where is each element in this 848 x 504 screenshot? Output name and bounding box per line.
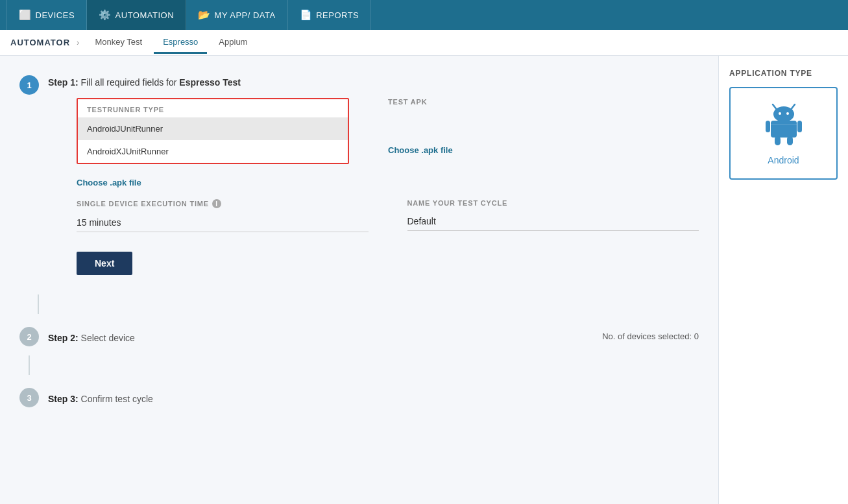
nav-reports[interactable]: 📄 REPORTS bbox=[288, 0, 372, 30]
right-panel: APPLICATION TYPE bbox=[718, 56, 848, 504]
step1-intro: Step 1: bbox=[48, 77, 79, 88]
nav-automation[interactable]: ⚙️ AUTOMATION bbox=[87, 0, 186, 30]
svg-rect-5 bbox=[771, 121, 797, 138]
breadcrumb-chevron: › bbox=[77, 38, 79, 47]
step3-row: 3 Step 3: Confirm test cycle bbox=[19, 378, 699, 416]
testrunner-option-xjunit[interactable]: AndroidXJUnitRunner bbox=[78, 140, 348, 163]
step-connector-1-2 bbox=[38, 294, 39, 314]
app-type-title: APPLICATION TYPE bbox=[729, 69, 838, 78]
svg-rect-7 bbox=[797, 121, 802, 132]
step1-circle: 1 bbox=[19, 75, 39, 95]
step2-label: Step 2: Select device bbox=[48, 330, 602, 343]
reports-icon: 📄 bbox=[300, 9, 313, 21]
step2-row: 2 Step 2: Select device No. of devices s… bbox=[19, 317, 699, 355]
svg-rect-6 bbox=[766, 121, 770, 132]
sub-navigation: AUTOMATOR › Monkey Test Espresso Appium bbox=[0, 30, 848, 56]
content-area: 1 Step 1: Fill all required fields for E… bbox=[0, 56, 718, 504]
test-cycle-value: Default bbox=[407, 212, 699, 231]
step2-circle: 2 bbox=[19, 327, 39, 346]
choose-apk-link[interactable]: Choose .apk file bbox=[77, 178, 141, 187]
testrunner-option-junit[interactable]: AndroidJUnitRunner bbox=[78, 117, 348, 140]
devices-icon: ⬜ bbox=[19, 9, 32, 21]
test-apk-label: TEST APK bbox=[388, 98, 453, 106]
svg-rect-8 bbox=[775, 136, 781, 145]
step1-form: TESTRUNNER TYPE AndroidJUnitRunner Andro… bbox=[77, 98, 699, 275]
step1-test-name: Espresso Test bbox=[179, 77, 241, 88]
nav-devices[interactable]: ⬜ DEVICES bbox=[6, 0, 87, 30]
step3-circle: 3 bbox=[19, 388, 39, 407]
brand-label: AUTOMATOR bbox=[10, 38, 70, 47]
step3-label: Step 3: Confirm test cycle bbox=[48, 390, 153, 404]
android-icon bbox=[740, 101, 827, 149]
form-row-2: SINGLE DEVICE EXECUTION TIME i 15 minute… bbox=[77, 199, 699, 232]
choose-test-apk-link[interactable]: Choose .apk file bbox=[388, 145, 453, 155]
execution-time-label: SINGLE DEVICE EXECUTION TIME i bbox=[77, 199, 369, 208]
automation-icon: ⚙️ bbox=[99, 9, 112, 21]
myappdata-icon: 📂 bbox=[198, 9, 211, 21]
test-cycle-label: NAME YOUR TEST CYCLE bbox=[407, 199, 699, 207]
devices-count-label: No. of devices selected: 0 bbox=[602, 331, 699, 341]
tab-espresso[interactable]: Espresso bbox=[154, 32, 207, 54]
tab-appium[interactable]: Appium bbox=[210, 32, 256, 54]
testrunner-label: TESTRUNNER TYPE bbox=[78, 99, 348, 117]
top-navigation: ⬜ DEVICES ⚙️ AUTOMATION 📂 MY APP/ DATA 📄… bbox=[0, 0, 848, 30]
step1-detail: Fill all required fields for bbox=[79, 77, 180, 88]
svg-point-2 bbox=[773, 106, 794, 122]
testrunner-section: TESTRUNNER TYPE AndroidJUnitRunner Andro… bbox=[77, 98, 349, 187]
execution-time-value: 15 minutes bbox=[77, 213, 369, 232]
test-apk-section: TEST APK Choose .apk file bbox=[388, 98, 453, 187]
svg-rect-9 bbox=[787, 136, 793, 145]
next-button[interactable]: Next bbox=[77, 252, 132, 275]
step1-row: 1 Step 1: Fill all required fields for E… bbox=[19, 74, 699, 282]
tab-monkey-test[interactable]: Monkey Test bbox=[86, 32, 151, 54]
svg-point-3 bbox=[779, 112, 781, 115]
svg-point-4 bbox=[786, 112, 789, 115]
main-layout: 1 Step 1: Fill all required fields for E… bbox=[0, 56, 848, 504]
step-connector-2-3 bbox=[29, 355, 30, 375]
nav-myappdata[interactable]: 📂 MY APP/ DATA bbox=[186, 0, 288, 30]
android-app-card[interactable]: Android bbox=[729, 87, 838, 180]
test-cycle-col: NAME YOUR TEST CYCLE Default bbox=[407, 199, 699, 232]
android-label: Android bbox=[740, 155, 827, 165]
info-icon[interactable]: i bbox=[212, 199, 221, 208]
testrunner-dropdown[interactable]: TESTRUNNER TYPE AndroidJUnitRunner Andro… bbox=[77, 98, 349, 164]
execution-time-col: SINGLE DEVICE EXECUTION TIME i 15 minute… bbox=[77, 199, 369, 232]
